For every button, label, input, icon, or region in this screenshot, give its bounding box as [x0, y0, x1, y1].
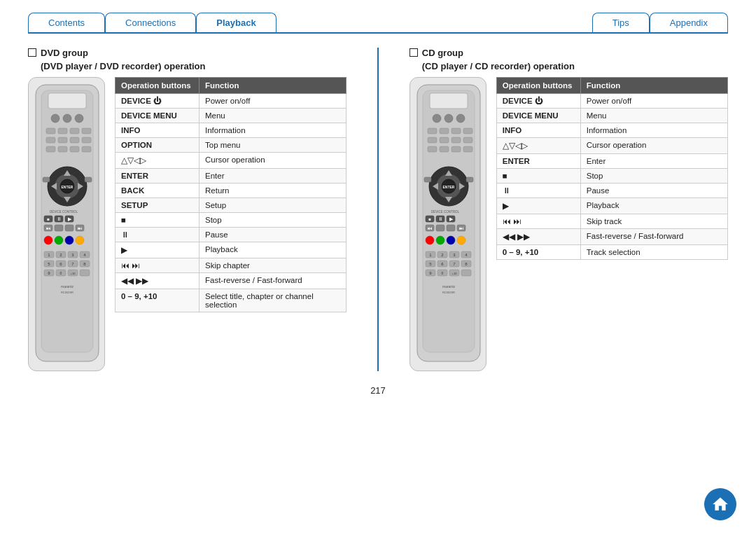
svg-text:⏮: ⏮: [46, 226, 50, 230]
svg-rect-67: [80, 270, 90, 276]
cd-section: CD group (CD player / CD recorder) opera…: [410, 48, 728, 371]
tab-tips[interactable]: Tips: [592, 13, 650, 32]
cd-table-row: ⏮ ⏭Skip track: [496, 214, 727, 228]
dvd-op-cell: SETUP: [115, 198, 200, 212]
svg-rect-80: [428, 137, 437, 143]
cd-table-row: ◀◀ ▶▶Fast-reverse / Fast-forward: [496, 228, 727, 244]
cd-col-fn-header: Function: [580, 77, 727, 93]
svg-rect-15: [58, 146, 67, 152]
svg-point-5: [75, 114, 83, 123]
dvd-col-fn-header: Function: [200, 77, 346, 93]
svg-text:marantz: marantz: [61, 284, 74, 289]
cd-fn-cell: Track selection: [580, 244, 727, 259]
svg-rect-87: [463, 146, 472, 152]
svg-rect-76: [428, 128, 437, 134]
svg-text:RC002SR: RC002SR: [61, 291, 74, 294]
dvd-fn-cell: Skip chapter: [200, 258, 346, 272]
svg-text:ENTER: ENTER: [442, 185, 454, 189]
dvd-fn-cell: Enter: [200, 168, 346, 183]
svg-rect-9: [82, 128, 91, 134]
svg-text:⏭: ⏭: [459, 226, 463, 230]
svg-rect-12: [70, 137, 79, 143]
cd-op-cell: 0 – 9, +10: [496, 244, 580, 259]
tab-contents[interactable]: Contents: [28, 13, 105, 32]
svg-point-3: [51, 114, 59, 123]
svg-rect-86: [451, 146, 461, 152]
dvd-operation-table: Operation buttons Function DEVICE ⏻Power…: [115, 77, 346, 312]
cd-subtitle: (CD player / CD recorder) operation: [410, 61, 728, 71]
svg-rect-16: [70, 146, 79, 152]
svg-text:marantz: marantz: [442, 284, 456, 289]
dvd-table-row: ⏮ ⏭Skip chapter: [115, 258, 346, 272]
dvd-op-cell: △▽◁▷: [115, 152, 200, 168]
svg-rect-38: [65, 225, 74, 231]
svg-rect-137: [461, 270, 471, 276]
svg-rect-8: [70, 128, 79, 134]
svg-rect-17: [82, 146, 91, 152]
svg-text:⏸: ⏸: [438, 216, 442, 221]
cd-table-row: ENTEREnter: [496, 153, 727, 168]
dvd-table-row: DEVICE MENUMenu: [115, 108, 346, 123]
dvd-remote-section: ENTER DEVICE CONTROL ■ ⏸ ▶ ⏮: [28, 77, 346, 371]
svg-point-41: [44, 236, 52, 244]
cd-fn-cell: Skip track: [580, 214, 727, 228]
cd-fn-cell: Power on/off: [580, 93, 727, 108]
dvd-subtitle: (DVD player / DVD recorder) operation: [28, 61, 346, 71]
cd-op-cell: ⏮ ⏭: [496, 214, 580, 228]
tab-appendix[interactable]: Appendix: [650, 13, 728, 32]
dvd-fn-cell: Pause: [200, 227, 346, 242]
dvd-table-row: ENTEREnter: [115, 168, 346, 183]
cd-table-row: ▶Playback: [496, 198, 727, 214]
cd-table-row: 0 – 9, +10Track selection: [496, 244, 727, 259]
svg-point-114: [457, 236, 465, 244]
dvd-fn-cell: Cursor operation: [200, 152, 346, 168]
tab-playback[interactable]: Playback: [196, 13, 276, 32]
home-icon: [711, 495, 729, 513]
svg-rect-10: [46, 137, 55, 143]
svg-point-112: [436, 236, 444, 244]
svg-rect-83: [463, 137, 472, 143]
svg-point-4: [63, 114, 71, 123]
dvd-fn-cell: Power on/off: [200, 93, 346, 108]
cd-table-row: DEVICE ⏻Power on/off: [496, 93, 727, 108]
dvd-op-cell: ⏮ ⏭: [115, 258, 200, 272]
cd-fn-cell: Stop: [580, 168, 727, 183]
dvd-table-row: DEVICE ⏻Power on/off: [115, 93, 346, 108]
cd-fn-cell: Fast-reverse / Fast-forward: [580, 228, 727, 244]
dvd-table-row: ◀◀ ▶▶Fast-reverse / Fast-forward: [115, 272, 346, 289]
svg-rect-107: [436, 225, 444, 231]
dvd-op-cell: ENTER: [115, 168, 200, 183]
svg-point-44: [76, 236, 84, 244]
dvd-op-cell: ◀◀ ▶▶: [115, 272, 200, 289]
dvd-table-row: SETUPSetup: [115, 198, 346, 212]
dvd-checkbox-icon: [28, 48, 36, 57]
cd-remote-image: ENTER DEVICE CONTROL ■ ⏸ ▶ ⏮ ⏭: [410, 77, 486, 371]
svg-text:⏭: ⏭: [78, 226, 82, 230]
svg-point-42: [55, 236, 63, 244]
cd-fn-cell: Playback: [580, 198, 727, 214]
svg-rect-6: [46, 128, 55, 134]
tab-connections[interactable]: Connections: [105, 13, 196, 32]
dvd-op-cell: DEVICE ⏻: [115, 93, 200, 108]
cd-fn-cell: Enter: [580, 153, 727, 168]
svg-rect-14: [46, 146, 55, 152]
dvd-table-row: ⏸Pause: [115, 227, 346, 242]
dvd-fn-cell: Menu: [200, 108, 346, 123]
cd-op-cell: ▶: [496, 198, 580, 214]
svg-text:+10: +10: [71, 272, 76, 275]
svg-text:+10: +10: [451, 272, 457, 275]
svg-rect-82: [451, 137, 461, 143]
svg-point-73: [433, 114, 441, 123]
svg-rect-81: [440, 137, 449, 143]
cd-remote-section: ENTER DEVICE CONTROL ■ ⏸ ▶ ⏮ ⏭: [410, 77, 728, 371]
dvd-fn-cell: Select title, chapter or channel selecti…: [200, 289, 346, 312]
nav-tabs: Contents Connections Playback Tips Appen…: [0, 0, 756, 32]
dvd-section: DVD group (DVD player / DVD recorder) op…: [28, 48, 346, 371]
home-button[interactable]: [704, 488, 736, 520]
dvd-table-row: ▶Playback: [115, 242, 346, 258]
dvd-table-row: BACKReturn: [115, 183, 346, 198]
cd-op-cell: DEVICE ⏻: [496, 93, 580, 108]
svg-text:■: ■: [428, 217, 431, 221]
cd-table-container: Operation buttons Function DEVICE ⏻Power…: [496, 77, 728, 371]
svg-rect-27: [85, 177, 92, 182]
